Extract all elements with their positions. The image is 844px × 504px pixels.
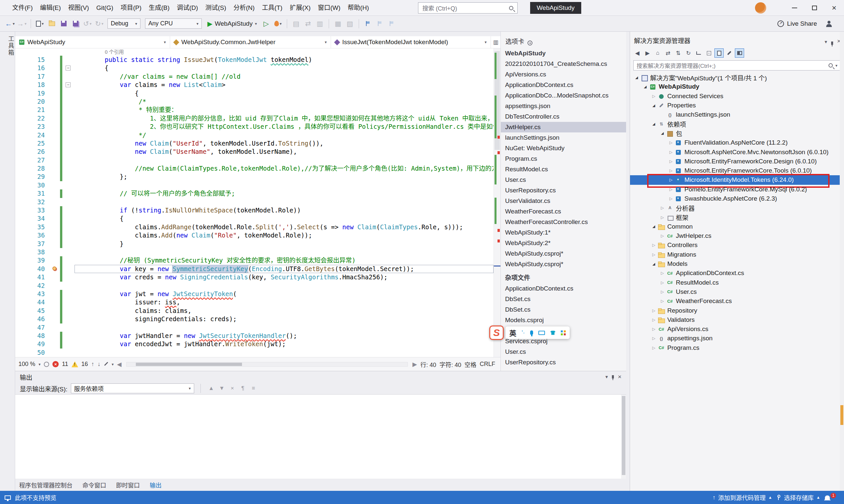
output-source-dropdown[interactable]: 服务依赖项 ▾ bbox=[71, 383, 194, 393]
code-line[interactable]: 49 var encodedJwt = jwtHandler.WriteToke… bbox=[15, 340, 494, 348]
code-line[interactable]: 43 var jwt = new JwtSecurityToken( bbox=[15, 290, 494, 298]
expander-icon[interactable]: ◢ bbox=[658, 131, 666, 136]
document-tab-item[interactable]: User.cs bbox=[501, 346, 626, 357]
step-commands-icon[interactable]: ▥ bbox=[314, 18, 325, 29]
tree-item[interactable]: ▷A分析器 bbox=[630, 203, 844, 213]
tool-window-tab[interactable]: 输出 bbox=[150, 481, 161, 489]
next-issue-icon[interactable]: ↓ bbox=[98, 361, 101, 367]
nav-back-icon[interactable]: ◀ bbox=[633, 49, 642, 58]
save-all-icon[interactable] bbox=[70, 18, 81, 29]
find-in-files-icon[interactable]: ▤ bbox=[291, 18, 302, 29]
expander-icon[interactable]: ◢ bbox=[650, 122, 658, 126]
code-line[interactable]: 38 bbox=[15, 248, 494, 256]
expander-icon[interactable]: ◢ bbox=[650, 224, 658, 229]
menu-item[interactable]: 工具(T) bbox=[258, 0, 286, 16]
tree-item[interactable]: {}launchSettings.json bbox=[630, 110, 844, 119]
window-position-icon[interactable]: ▾ bbox=[605, 374, 608, 380]
clear-all-icon[interactable]: × bbox=[228, 384, 237, 393]
menu-item[interactable]: 帮助(H) bbox=[344, 0, 373, 16]
maximize-button[interactable] bbox=[805, 0, 824, 16]
document-tab-item[interactable]: ResultModel.cs bbox=[501, 164, 626, 175]
immediate-window-icon[interactable]: ▧ bbox=[345, 18, 355, 29]
document-tab-item[interactable]: ApiVersions.cs bbox=[501, 69, 626, 80]
pin-icon[interactable] bbox=[831, 41, 833, 45]
back-icon[interactable]: ←▾ bbox=[5, 18, 15, 29]
code-line[interactable]: 16− { bbox=[15, 64, 494, 72]
new-file-icon[interactable]: ▾ bbox=[35, 18, 45, 29]
tree-item[interactable]: ▷C#User.cs bbox=[630, 287, 844, 296]
expander-icon[interactable]: ▷ bbox=[650, 243, 658, 247]
code-line[interactable]: 41 var creds = new SigningCredentials(ke… bbox=[15, 273, 494, 281]
minimize-button[interactable] bbox=[785, 0, 805, 16]
code-line[interactable]: 42 bbox=[15, 282, 494, 290]
code-line[interactable]: 31 // 可以将一个用户的多个角色全部赋予; bbox=[15, 190, 494, 198]
ime-punctuation-icon[interactable]: ’· bbox=[521, 329, 525, 336]
bookmark-icon[interactable] bbox=[363, 18, 373, 29]
menu-item[interactable]: 扩展(X) bbox=[286, 0, 314, 16]
tree-item[interactable]: ▷Swashbuckle.AspNetCore (6.2.3) bbox=[630, 194, 844, 203]
code-line[interactable]: 50 bbox=[15, 348, 494, 357]
expander-icon[interactable]: ▷ bbox=[658, 205, 666, 210]
breadcrumb-project-dropdown[interactable]: WebApiStudy ▾ bbox=[15, 36, 170, 48]
tool-window-tab[interactable]: 程序包管理器控制台 bbox=[19, 481, 72, 489]
document-tab-item[interactable]: WebApiStudy:1* bbox=[501, 227, 626, 238]
tree-item[interactable]: ▷C#WeatherForecast.cs bbox=[630, 296, 844, 306]
document-tab-item[interactable]: DbTestController.cs bbox=[501, 111, 626, 122]
code-line[interactable]: 33 if (!string.IsNullOrWhiteSpace(tokenM… bbox=[15, 206, 494, 214]
tree-item[interactable]: ▷C#ResultModel.cs bbox=[630, 278, 844, 287]
tree-item[interactable]: ▷Microsoft.IdentityModel.Tokens (6.24.0) bbox=[630, 175, 844, 184]
global-search-input[interactable]: 搜索 (Ctrl+Q) bbox=[418, 2, 518, 14]
redo-icon[interactable]: ↻▾ bbox=[94, 18, 104, 29]
document-tab-item[interactable]: ApplicationDbCo...ModelSnapshot.cs bbox=[501, 90, 626, 101]
close-button[interactable]: × bbox=[824, 0, 844, 16]
tree-item[interactable]: ▷Repository bbox=[630, 306, 844, 315]
tool-window-tab[interactable]: 命令窗口 bbox=[82, 481, 106, 489]
keyboard-icon[interactable] bbox=[538, 331, 545, 335]
tree-item[interactable]: ▷Validators bbox=[630, 315, 844, 324]
prev-issue-icon[interactable]: ↑ bbox=[91, 361, 94, 367]
menu-item[interactable]: 视图(V) bbox=[65, 0, 93, 16]
codelens-references[interactable]: 0 个引用 bbox=[105, 49, 124, 55]
prev-bookmark-icon[interactable] bbox=[375, 18, 385, 29]
next-message-icon[interactable]: ▼ bbox=[218, 384, 226, 393]
tree-item[interactable]: ▷Connected Services bbox=[630, 92, 844, 101]
tool-window-tab[interactable]: 即时窗口 bbox=[116, 481, 140, 489]
document-tab-item[interactable]: UserRepository.cs bbox=[501, 185, 626, 196]
expander-icon[interactable]: ▷ bbox=[650, 336, 658, 341]
expander-icon[interactable]: ▷ bbox=[650, 94, 658, 98]
code-line[interactable]: 22 1、这里将用户的部分信息，比如 uid 存到了Claim 中，如果您想知道… bbox=[15, 114, 494, 123]
expander-icon[interactable]: ▷ bbox=[650, 318, 658, 322]
expander-icon[interactable]: ◢ bbox=[650, 104, 658, 108]
menu-item[interactable]: 调试(D) bbox=[173, 0, 202, 16]
code-line[interactable]: 32 bbox=[15, 198, 494, 206]
document-tab-item[interactable]: ApplicationDbContext.cs bbox=[501, 283, 626, 294]
tree-item[interactable]: ◢Properties bbox=[630, 101, 844, 110]
menu-item[interactable]: 文件(F) bbox=[8, 0, 36, 16]
solution-configurations-dropdown[interactable]: Debug▾ bbox=[107, 18, 140, 29]
editor-horizontal-scrollbar[interactable] bbox=[126, 362, 408, 367]
breadcrumb-member-dropdown[interactable]: IssueJwt(TokenModelJwt tokenModel) ▾ bbox=[331, 36, 490, 48]
document-tab-item[interactable]: WebApiStudy:2* bbox=[501, 238, 626, 248]
code-line[interactable]: 40 var key = new SymmetricSecurityKey(En… bbox=[15, 265, 494, 273]
gear-icon[interactable] bbox=[528, 40, 532, 46]
code-line[interactable]: 27 bbox=[15, 156, 494, 164]
document-tab-item[interactable]: JwtHelper.cs bbox=[501, 122, 626, 132]
error-count[interactable]: 11 bbox=[62, 361, 68, 367]
code-line[interactable]: 46 signingCredentials: creds); bbox=[15, 315, 494, 323]
collapse-region-icon[interactable]: − bbox=[66, 82, 71, 87]
document-tab-item[interactable]: DbSet.cs bbox=[501, 304, 626, 315]
tree-item[interactable]: ▷C#ApiVersions.cs bbox=[630, 324, 844, 334]
open-file-icon[interactable] bbox=[47, 18, 57, 29]
expander-icon[interactable]: ▷ bbox=[658, 280, 666, 285]
menu-item[interactable]: 生成(B) bbox=[145, 0, 173, 16]
output-scrollbar[interactable] bbox=[621, 395, 626, 479]
close-icon[interactable]: × bbox=[618, 373, 621, 380]
expander-icon[interactable]: ▷ bbox=[650, 308, 658, 313]
feedback-button[interactable] bbox=[824, 18, 834, 29]
document-tab-item[interactable]: UserRepository.cs bbox=[501, 357, 626, 367]
document-tab-item[interactable]: ApplicationDbContext.cs bbox=[501, 80, 626, 90]
expander-icon[interactable]: ▷ bbox=[658, 271, 666, 275]
document-tab-item[interactable]: WebApiStudy.csproj* bbox=[501, 259, 626, 269]
add-to-source-control-button[interactable]: ↑ 添加到源代码管理 ▲ bbox=[712, 493, 772, 502]
expander-icon[interactable]: ▷ bbox=[667, 168, 675, 173]
